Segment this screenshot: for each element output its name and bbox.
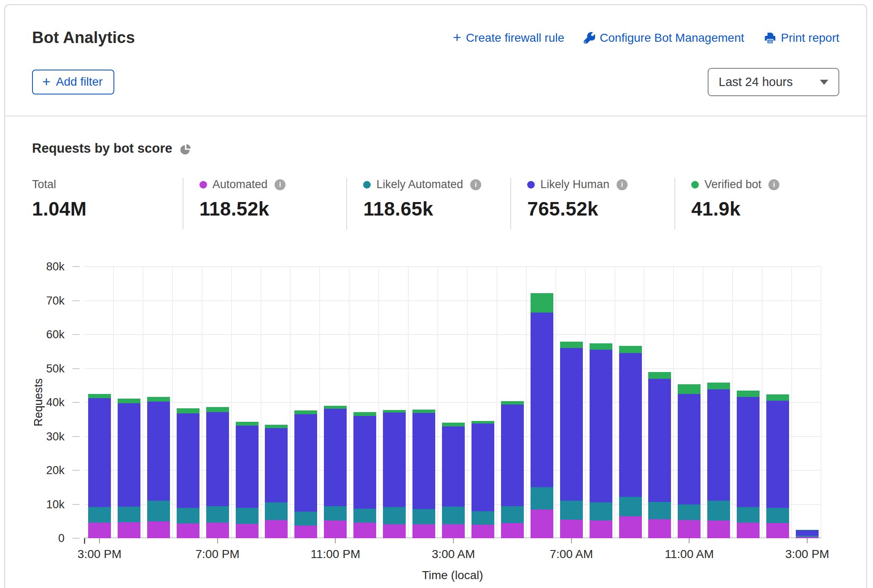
bar-4-00-pm[interactable] [118, 267, 140, 538]
segment-likely-human [88, 398, 111, 507]
segment-automated [501, 523, 524, 538]
x-tick-mark [335, 538, 336, 543]
stat-likely-automated: Likely Automated i 118.65k [346, 178, 510, 229]
segment-verified-bot [442, 423, 465, 427]
plot-area: 010k20k30k40k50k60k70k80k3:00 PM7:00 PM1… [84, 267, 821, 538]
segment-automated [324, 521, 347, 538]
info-icon[interactable]: i [617, 179, 628, 190]
vertical-gridline [614, 267, 615, 538]
segment-likely-automated [442, 507, 465, 524]
bar-5-00-pm[interactable] [147, 267, 170, 538]
segment-likely-human [353, 416, 376, 509]
print-report-link[interactable]: Print report [764, 31, 840, 45]
segment-automated [177, 523, 199, 538]
y-tick-mark [73, 436, 80, 437]
bar-8-00-pm[interactable] [236, 267, 259, 538]
bar-5-00-am[interactable] [501, 267, 524, 538]
bar-11-00-am[interactable] [678, 267, 701, 538]
plus-icon: + [42, 74, 51, 89]
y-tick-mark [73, 504, 80, 505]
segment-verified-bot [88, 394, 111, 398]
segment-verified-bot [707, 383, 730, 389]
bar-9-00-am[interactable] [619, 267, 642, 538]
vertical-gridline [172, 267, 173, 538]
vertical-gridline [319, 267, 320, 538]
segment-verified-bot [501, 401, 524, 405]
bar-1-00-am[interactable] [383, 267, 406, 538]
segment-verified-bot [766, 394, 789, 401]
x-tick-label: 11:00 AM [665, 548, 714, 561]
vertical-gridline [202, 267, 202, 538]
configure-bot-management-link[interactable]: Configure Bot Management [584, 31, 744, 45]
vertical-gridline [496, 267, 497, 538]
bar-12-00-am[interactable] [353, 267, 376, 538]
y-tick-mark [73, 334, 80, 335]
segment-likely-automated [707, 501, 730, 521]
x-tick-mark [689, 538, 690, 543]
vertical-gridline [526, 267, 527, 538]
segment-automated [766, 523, 789, 538]
segment-automated [796, 537, 819, 538]
stat-dot-3 [527, 181, 535, 189]
stat-automated: Automated i 118.52k [183, 178, 347, 229]
segment-likely-automated [294, 512, 317, 526]
x-tick-mark [807, 538, 808, 543]
segment-likely-automated [766, 508, 789, 523]
vertical-gridline [703, 267, 703, 538]
info-icon[interactable]: i [470, 179, 481, 190]
segment-likely-human [707, 389, 730, 501]
segment-automated [412, 524, 435, 538]
segment-likely-automated [501, 506, 524, 523]
segment-likely-human [324, 409, 347, 506]
segment-likely-automated [737, 507, 760, 523]
bar-4-00-am[interactable] [472, 267, 494, 538]
vertical-gridline [585, 267, 586, 538]
create-firewall-rule-label: Create firewall rule [466, 31, 564, 45]
axis-origin-tick [84, 538, 85, 544]
y-tick-label: 40k [46, 396, 65, 409]
segment-automated [147, 521, 170, 538]
bar-3-00-am[interactable] [442, 267, 465, 538]
x-tick-mark [99, 538, 100, 543]
segment-automated [737, 523, 760, 538]
printer-icon [764, 32, 776, 44]
vertical-gridline [762, 267, 763, 538]
segment-likely-human [678, 394, 701, 504]
segment-likely-human [442, 426, 465, 507]
bar-11-00-pm[interactable] [324, 267, 347, 538]
bar-10-00-am[interactable] [648, 267, 671, 538]
create-firewall-rule-link[interactable]: + Create firewall rule [453, 31, 564, 45]
segment-likely-automated [678, 504, 701, 521]
bar-9-00-pm[interactable] [265, 267, 288, 538]
segment-verified-bot [590, 343, 612, 350]
x-tick-label: 3:00 PM [785, 548, 829, 561]
segment-likely-automated [265, 502, 288, 520]
add-filter-button[interactable]: + Add filter [32, 70, 114, 94]
vertical-gridline [821, 267, 822, 538]
vertical-gridline [143, 267, 143, 538]
segment-likely-automated [177, 508, 199, 523]
bar-3-00-pm[interactable] [796, 267, 819, 538]
bar-3-00-pm[interactable] [88, 267, 111, 538]
segment-verified-bot [412, 410, 435, 413]
info-icon[interactable]: i [768, 179, 779, 190]
bar-12-00-pm[interactable] [707, 267, 730, 538]
segment-likely-human [236, 426, 259, 508]
segment-automated [118, 522, 140, 538]
bar-10-00-pm[interactable] [294, 267, 317, 538]
time-range-select[interactable]: Last 24 hours [708, 68, 839, 96]
bar-2-00-pm[interactable] [766, 267, 789, 538]
stat-label: Verified bot [704, 178, 761, 191]
bar-2-00-am[interactable] [412, 267, 435, 538]
info-icon[interactable]: i [275, 179, 286, 190]
bar-6-00-am[interactable] [531, 267, 553, 538]
segment-verified-bot [265, 425, 288, 428]
segment-likely-automated [88, 507, 111, 523]
bar-8-00-am[interactable] [590, 267, 612, 538]
bar-7-00-am[interactable] [560, 267, 583, 538]
bar-6-00-pm[interactable] [177, 267, 199, 538]
bar-1-00-pm[interactable] [737, 267, 760, 538]
bar-7-00-pm[interactable] [206, 267, 229, 538]
segment-likely-automated [560, 501, 583, 519]
segment-automated [590, 521, 612, 538]
